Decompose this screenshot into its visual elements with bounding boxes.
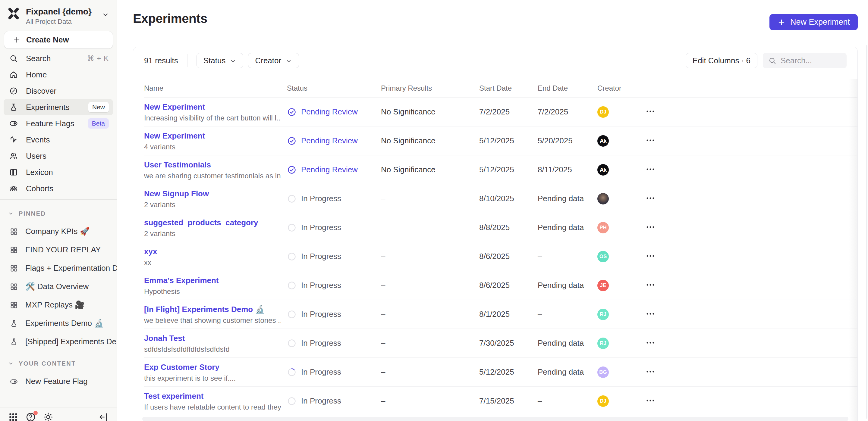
help-icon[interactable] xyxy=(25,412,36,421)
page-title: Experiments xyxy=(133,11,207,26)
status-cell: In Progress xyxy=(287,338,381,348)
plus-icon xyxy=(13,36,21,44)
primary-results-cell: – xyxy=(381,396,479,406)
creator-avatar: RJ xyxy=(597,337,609,349)
table-row[interactable]: Emma's Experiment Hypothesis In Progress… xyxy=(144,271,858,300)
new-experiment-button[interactable]: New Experiment xyxy=(770,14,858,30)
sidebar-item-label: Lexicon xyxy=(26,168,53,177)
table-row[interactable]: New Experiment Increasing visibility of … xyxy=(144,97,858,126)
column-header-end-date[interactable]: End Date xyxy=(538,84,597,92)
row-menu-button[interactable] xyxy=(645,135,655,145)
status-filter-button[interactable]: Status xyxy=(196,53,244,68)
edit-columns-button[interactable]: Edit Columns · 6 xyxy=(686,53,757,68)
your-content-section-header[interactable]: YOUR CONTENT xyxy=(0,357,117,370)
sidebar-item-label: Events xyxy=(26,135,50,144)
toolbar-divider xyxy=(187,54,187,67)
apps-grid-icon[interactable] xyxy=(8,412,19,421)
start-date-cell: 5/12/2025 xyxy=(479,367,538,377)
row-menu-button[interactable] xyxy=(645,280,655,290)
row-menu-button[interactable] xyxy=(645,309,655,319)
experiment-name-link[interactable]: Test experiment xyxy=(144,391,281,401)
sidebar-item-find-your-replay[interactable]: FIND YOUR REPLAY xyxy=(0,240,117,259)
row-menu-button[interactable] xyxy=(645,222,655,232)
creator-avatar: Ak xyxy=(597,135,609,147)
experiment-name-link[interactable]: Exp Customer Story xyxy=(144,362,281,372)
sidebar-item-search[interactable]: Search ⌘ + K xyxy=(4,50,113,67)
experiment-name-link[interactable]: Emma's Experiment xyxy=(144,276,281,286)
experiment-subtitle: 2 variants xyxy=(144,229,281,238)
search-input[interactable] xyxy=(781,56,841,65)
column-header-name[interactable]: Name xyxy=(144,84,287,92)
workspace-switcher[interactable]: Fixpanel {demo} All Project Data xyxy=(0,0,117,29)
status-cell: In Progress xyxy=(287,252,381,261)
row-menu-button[interactable] xyxy=(645,106,655,117)
row-menu-button[interactable] xyxy=(645,337,655,348)
sidebar-item-label: Flags + Experimentation Demo xyxy=(25,263,117,273)
search-box[interactable] xyxy=(763,53,846,68)
progress-circle-icon xyxy=(287,281,297,290)
vertical-scrollbar[interactable] xyxy=(866,45,867,419)
your-content-section-title: YOUR CONTENT xyxy=(19,360,76,367)
experiment-name-link[interactable]: xyx xyxy=(144,247,281,257)
table-row[interactable]: User Testimonials we are sharing custome… xyxy=(144,155,858,184)
sidebar-item-data-overview[interactable]: 🛠️ Data Overview xyxy=(0,277,117,296)
sidebar: Fixpanel {demo} All Project Data Create … xyxy=(0,0,117,421)
sidebar-item-experiments[interactable]: Experiments New xyxy=(4,99,113,115)
experiment-name-link[interactable]: [In Flight] Experiments Demo 🔬 xyxy=(144,304,281,314)
column-header-creator[interactable]: Creator xyxy=(597,84,644,92)
sidebar-item-home[interactable]: Home xyxy=(4,67,113,83)
row-menu-button[interactable] xyxy=(645,395,655,406)
table-row[interactable]: New Signup Flow 2 variants In Progress –… xyxy=(144,184,858,213)
end-date-cell: Pending data xyxy=(538,367,597,377)
sidebar-item-cohorts[interactable]: Cohorts xyxy=(4,181,113,197)
horizontal-scrollbar[interactable] xyxy=(142,417,848,421)
column-header-primary-results[interactable]: Primary Results xyxy=(381,84,479,92)
creator-avatar: BG xyxy=(597,366,609,378)
table-row[interactable]: Exp Customer Story this experiment is to… xyxy=(144,357,858,386)
creator-filter-button[interactable]: Creator xyxy=(248,53,299,68)
sidebar-item-label: Feature Flags xyxy=(26,119,74,128)
creator-avatar: RJ xyxy=(597,309,609,320)
pinned-section-header[interactable]: PINNED xyxy=(0,207,117,220)
sidebar-item-flags-experimentation-demo[interactable]: Flags + Experimentation Demo xyxy=(0,259,117,277)
table-row[interactable]: [In Flight] Experiments Demo 🔬 we believ… xyxy=(144,300,858,329)
edit-columns-label: Edit Columns · 6 xyxy=(692,56,750,65)
experiment-name-link[interactable]: New Signup Flow xyxy=(144,189,281,199)
experiment-name-link[interactable]: New Experiment xyxy=(144,102,281,112)
discover-icon xyxy=(9,87,18,95)
column-header-start-date[interactable]: Start Date xyxy=(479,84,538,92)
end-date-cell: Pending data xyxy=(538,223,597,232)
sidebar-item-lexicon[interactable]: Lexicon xyxy=(4,164,113,181)
table-row[interactable]: suggested_products_category 2 variants I… xyxy=(144,213,858,242)
row-menu-button[interactable] xyxy=(645,164,655,174)
sidebar-item-experiments-demo[interactable]: Experiments Demo 🔬 xyxy=(0,314,117,332)
experiment-name-link[interactable]: suggested_products_category xyxy=(144,218,281,228)
sidebar-item-company-kpis[interactable]: Company KPIs 🚀 xyxy=(0,222,117,240)
status-cell: In Progress xyxy=(287,223,381,232)
creator-filter-label: Creator xyxy=(255,56,281,65)
table-row[interactable]: xyx xx In Progress – 8/6/2025 – OS xyxy=(144,242,858,271)
table-row[interactable]: New Experiment 4 variants Pending Review… xyxy=(144,126,858,155)
column-header-status[interactable]: Status xyxy=(287,84,381,92)
sidebar-item-new-feature-flag[interactable]: New Feature Flag xyxy=(0,372,117,391)
keyboard-shortcut: ⌘ + K xyxy=(87,54,109,63)
table-row[interactable]: Jonah Test sdfdsfdsfsdfdffdfdsfsdfdsfd I… xyxy=(144,329,858,357)
row-menu-button[interactable] xyxy=(645,193,655,203)
start-date-cell: 7/15/2025 xyxy=(479,396,538,406)
row-menu-button[interactable] xyxy=(645,251,655,261)
sidebar-item-users[interactable]: Users xyxy=(4,148,113,164)
sidebar-item-discover[interactable]: Discover xyxy=(4,83,113,99)
sidebar-item-shipped-experiments-demo[interactable]: [Shipped] Experiments Demo 🖊️ xyxy=(0,332,117,351)
experiment-name-link[interactable]: New Experiment xyxy=(144,131,281,141)
workspace-name: Fixpanel {demo} xyxy=(26,7,92,17)
experiment-name-link[interactable]: Jonah Test xyxy=(144,333,281,343)
sidebar-item-events[interactable]: Events xyxy=(4,132,113,148)
create-new-button[interactable]: Create New xyxy=(4,31,113,48)
row-menu-button[interactable] xyxy=(645,366,655,377)
experiment-name-link[interactable]: User Testimonials xyxy=(144,160,281,170)
sidebar-item-feature-flags[interactable]: Feature Flags Beta xyxy=(4,115,113,132)
sidebar-item-mxp-replays[interactable]: MXP Replays 🎥 xyxy=(0,296,117,314)
settings-gear-icon[interactable] xyxy=(43,412,54,421)
collapse-sidebar-icon[interactable] xyxy=(98,412,109,421)
table-row[interactable]: Test experiment If users have relatable … xyxy=(144,386,858,415)
